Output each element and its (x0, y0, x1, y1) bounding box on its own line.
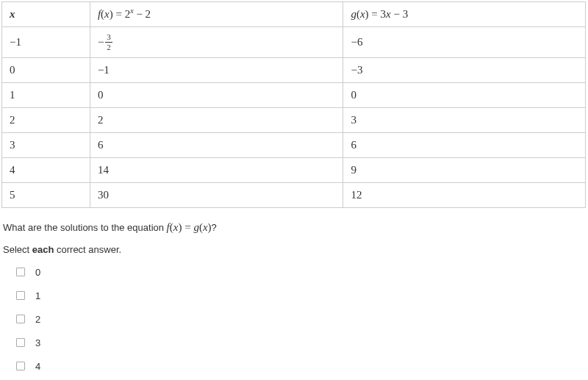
cell-g: 3 (343, 108, 586, 133)
checkbox-icon[interactable] (16, 315, 25, 323)
table-header-row: x f(x) = 2x − 2 g(x) = 3x − 3 (2, 2, 586, 27)
header-gx: g(x) = 3x − 3 (343, 2, 586, 27)
table-row: 3 6 6 (2, 133, 586, 158)
option-label: 0 (35, 267, 40, 278)
answer-options: 0 1 2 3 4 (16, 265, 588, 373)
cell-f: −32 (90, 27, 343, 58)
option-label: 2 (35, 314, 40, 325)
cell-g: 6 (343, 133, 586, 158)
minus-sign: − (98, 36, 104, 48)
cell-f: 0 (90, 83, 343, 108)
cell-f: 2 (90, 108, 343, 133)
cell-g: 12 (343, 183, 586, 208)
table-row: 4 14 9 (2, 158, 586, 183)
cell-x: −1 (2, 27, 90, 58)
option-label: 3 (35, 337, 40, 348)
table-row: 1 0 0 (2, 83, 586, 108)
question-text: What are the solutions to the equation f… (3, 221, 587, 234)
table-row: 0 −1 −3 (2, 58, 586, 83)
cell-f: 14 (90, 158, 343, 183)
option-row-0[interactable]: 0 (16, 265, 588, 279)
table-row: 5 30 12 (2, 183, 586, 208)
checkbox-icon[interactable] (16, 268, 25, 276)
header-x-label: x (10, 8, 15, 20)
cell-g: −6 (343, 27, 586, 58)
cell-x: 0 (2, 58, 90, 83)
option-label: 1 (35, 290, 40, 301)
option-row-1[interactable]: 1 (16, 289, 588, 302)
cell-x: 2 (2, 108, 90, 133)
cell-g: 0 (343, 83, 586, 108)
cell-x: 1 (2, 83, 90, 108)
cell-x: 3 (2, 133, 90, 158)
cell-f: 30 (90, 183, 343, 208)
option-label: 4 (35, 361, 40, 372)
cell-g: −3 (343, 58, 586, 83)
cell-g: 9 (343, 158, 586, 183)
cell-f: −1 (90, 58, 343, 83)
function-table: x f(x) = 2x − 2 g(x) = 3x − 3 −1 −32 −6 … (1, 1, 586, 208)
table-row: 2 2 3 (2, 108, 586, 133)
header-fx-expr: f(x) = 2x − 2 (98, 8, 151, 20)
checkbox-icon[interactable] (16, 338, 25, 347)
header-x: x (2, 2, 90, 27)
cell-x: 5 (2, 183, 90, 208)
table-row: −1 −32 −6 (2, 27, 586, 58)
option-row-2[interactable]: 2 (16, 312, 588, 326)
cell-f: 6 (90, 133, 343, 158)
checkbox-icon[interactable] (16, 362, 25, 370)
fraction: 32 (105, 33, 112, 51)
header-fx: f(x) = 2x − 2 (90, 2, 343, 27)
option-row-4[interactable]: 4 (16, 359, 588, 373)
option-row-3[interactable]: 3 (16, 336, 588, 349)
instruction-text: Select each correct answer. (3, 244, 587, 255)
header-gx-expr: g(x) = 3x − 3 (351, 8, 408, 20)
checkbox-icon[interactable] (16, 291, 25, 300)
cell-x: 4 (2, 158, 90, 183)
